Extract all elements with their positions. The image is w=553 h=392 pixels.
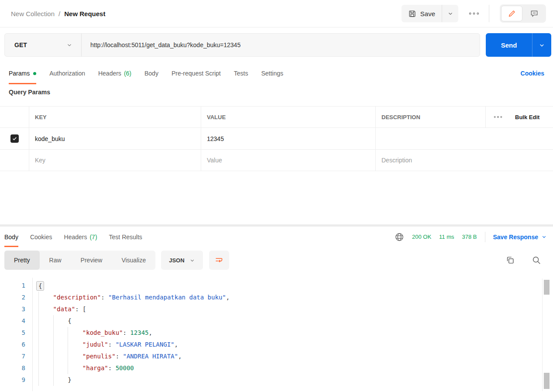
tab-cookies[interactable]: Cookies <box>30 227 52 247</box>
token-punc: , <box>149 327 152 339</box>
tab-authorization[interactable]: Authorization <box>49 62 85 84</box>
code-line: 7"penulis": "ANDREA HIRATA", <box>0 351 553 362</box>
row-checkbox-cell <box>0 150 29 171</box>
tab-raw[interactable]: Raw <box>40 251 71 270</box>
tab-label: Headers <box>64 234 87 241</box>
save-response-button[interactable]: Save Response <box>493 234 547 241</box>
save-icon <box>408 10 416 18</box>
url-bar: GET http://localhost:5011/get_data_buku?… <box>4 33 480 57</box>
token-punc: } <box>68 374 71 386</box>
tab-settings[interactable]: Settings <box>261 62 283 84</box>
code-editor[interactable]: 1{2"description": "Berhasil mendapatkan … <box>0 274 553 391</box>
indent-guide <box>38 315 53 327</box>
token-punc: : <box>108 362 116 374</box>
search-button[interactable] <box>532 255 541 265</box>
line-number: 3 <box>0 303 25 315</box>
token-key: "kode_buku" <box>82 327 123 339</box>
scrollbar-thumb[interactable] <box>544 280 550 295</box>
column-header-key: KEY <box>29 107 201 127</box>
tab-visualize[interactable]: Visualize <box>112 251 155 270</box>
tab-test-results[interactable]: Test Results <box>109 227 142 247</box>
indent-guide <box>38 339 53 351</box>
tab-label: Pretty <box>14 257 30 264</box>
token-punc: : <box>101 292 108 303</box>
tab-headers[interactable]: Headers(7) <box>64 227 97 247</box>
response-view-row: PrettyRawPreviewVisualize JSON <box>0 247 553 274</box>
indent-guide <box>53 362 68 374</box>
indent-guide <box>53 339 68 351</box>
line-content: "kode_buku": 12345, <box>38 327 152 339</box>
query-params-table: KEY VALUE DESCRIPTION Bulk Edit kode_buk… <box>0 106 553 171</box>
request-pane-spacer <box>0 171 553 224</box>
copy-button[interactable] <box>505 255 515 265</box>
url-text: http://localhost:5011/get_data_buku?kode… <box>90 41 240 48</box>
send-options-button[interactable] <box>532 33 551 57</box>
edit-request-button[interactable] <box>501 6 522 21</box>
tab-label: Authorization <box>49 70 85 77</box>
tab-body[interactable]: Body <box>144 62 158 84</box>
line-content: { <box>38 280 44 292</box>
indent-guide <box>68 327 82 339</box>
breadcrumb-collection[interactable]: New Collection <box>11 10 55 17</box>
param-value-cell[interactable]: 12345 <box>201 128 375 149</box>
indent-guide <box>38 374 53 386</box>
cookies-link[interactable]: Cookies <box>521 70 544 77</box>
more-options-button[interactable] <box>466 9 482 18</box>
indent-guide <box>38 327 53 339</box>
tab-params[interactable]: Params <box>9 62 36 84</box>
code-line: 1{ <box>0 280 553 292</box>
column-header-value: VALUE <box>201 107 375 127</box>
tab-headers[interactable]: Headers(6) <box>98 62 131 84</box>
line-number: 1 <box>0 280 25 292</box>
indent-guide <box>38 292 53 303</box>
tab-body[interactable]: Body <box>4 227 18 247</box>
chevron-down-icon <box>447 10 453 17</box>
token-str: "Berhasil mendapatkan data buku" <box>108 292 226 303</box>
modified-dot <box>33 72 36 75</box>
param-description-placeholder[interactable]: Description <box>375 150 553 171</box>
token-key: "harga" <box>82 362 108 374</box>
tab-label: Preview <box>81 257 103 264</box>
param-key-placeholder[interactable]: Key <box>29 150 201 171</box>
tab-label: Test Results <box>109 234 142 241</box>
param-value-placeholder[interactable]: Value <box>201 150 375 171</box>
row-checkbox-checked[interactable] <box>10 134 19 143</box>
url-input[interactable]: http://localhost:5011/get_data_buku?kode… <box>82 41 249 48</box>
line-content: "data": [ <box>38 303 86 315</box>
param-description-cell[interactable] <box>375 128 553 149</box>
send-button-group: Send <box>486 33 551 57</box>
token-key: "description" <box>53 292 101 303</box>
response-size[interactable]: 378 B <box>462 234 477 240</box>
tab-label: Body <box>4 234 18 241</box>
send-button[interactable]: Send <box>486 33 532 57</box>
scrollbar-thumb[interactable] <box>544 373 550 389</box>
request-tabs-row: ParamsAuthorizationHeaders(6)BodyPre-req… <box>0 62 553 84</box>
bulk-edit-button[interactable]: Bulk Edit <box>510 107 553 127</box>
comments-button[interactable] <box>523 6 545 21</box>
save-button[interactable]: Save <box>402 5 442 22</box>
code-lines: 1{2"description": "Berhasil mendapatkan … <box>0 280 553 386</box>
ellipsis-icon <box>494 115 502 119</box>
tab-label: Raw <box>49 257 62 264</box>
tab-tests[interactable]: Tests <box>234 62 248 84</box>
token-str: "LASKAR PELANGI" <box>116 339 175 351</box>
tab-pretty[interactable]: Pretty <box>4 251 40 270</box>
status-badge[interactable]: 200 OK <box>412 234 431 240</box>
chevron-down-icon <box>189 258 195 263</box>
tab-pre-request-script[interactable]: Pre-request Script <box>172 62 221 84</box>
save-options-button[interactable] <box>442 5 458 22</box>
code-line: 9} <box>0 374 553 386</box>
table-more-options-button[interactable] <box>485 107 510 127</box>
method-select[interactable]: GET <box>5 34 82 56</box>
tab-preview[interactable]: Preview <box>71 251 112 270</box>
response-tabs-row: BodyCookiesHeaders(7)Test Results 200 OK… <box>0 227 553 247</box>
globe-icon[interactable] <box>395 232 404 242</box>
ellipsis-icon <box>469 11 479 16</box>
indent-guide <box>38 303 53 315</box>
comment-icon <box>530 9 539 18</box>
format-select[interactable]: JSON <box>161 251 203 270</box>
param-key-cell[interactable]: kode_buku <box>29 128 201 149</box>
wrap-lines-button[interactable] <box>209 251 229 270</box>
response-time[interactable]: 11 ms <box>439 234 454 240</box>
token-key: "data" <box>53 303 76 315</box>
